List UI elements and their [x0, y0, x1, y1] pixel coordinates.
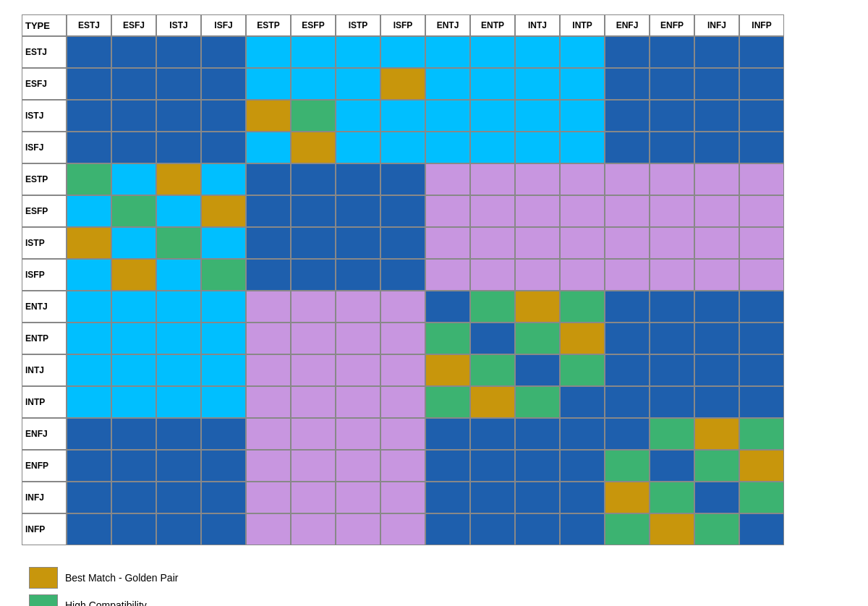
cell-INFP-ENFJ: [605, 513, 650, 545]
cell-INFJ-ESTP: [246, 482, 291, 513]
cell-ENTJ-ISFJ: [201, 291, 246, 323]
cell-ISFJ-ESTJ: [67, 132, 111, 163]
cell-ENFJ-ENTJ: [425, 418, 470, 450]
cell-ENTJ-INTP: [560, 291, 605, 323]
cell-ENTJ-ISFP: [380, 291, 425, 323]
cell-INTJ-INFP: [739, 354, 784, 386]
cell-ENFJ-INTP: [560, 418, 605, 450]
cell-ESTJ-ENFJ: [605, 36, 650, 68]
cell-INFP-ENTP: [470, 513, 515, 545]
cell-ISTP-ENTP: [470, 227, 515, 259]
cell-ISTJ-ISFP: [380, 100, 425, 132]
cell-INFJ-ESFP: [291, 482, 336, 513]
cell-INFJ-ENTJ: [425, 482, 470, 513]
cell-ISTP-INTP: [560, 227, 605, 259]
cell-ENFJ-ESTJ: [67, 418, 111, 450]
row-label-INFP: INFP: [22, 513, 67, 545]
cell-ENTP-ISTP: [336, 323, 380, 354]
cell-ISFP-ESFP: [291, 259, 336, 291]
cell-ENTP-ESFP: [291, 323, 336, 354]
cell-ENFP-ENTP: [470, 450, 515, 482]
cell-ENFP-ESTJ: [67, 450, 111, 482]
cell-ISTJ-INFJ: [694, 100, 739, 132]
cell-INFJ-ENTP: [470, 482, 515, 513]
cell-INTP-ISTP: [336, 386, 380, 418]
cell-INTJ-ESFP: [291, 354, 336, 386]
cell-ESTP-ENTJ: [425, 163, 470, 195]
row-INTJ: INTJ: [22, 354, 784, 386]
row-ESTJ: ESTJ: [22, 36, 784, 68]
cell-ESTP-ISFP: [380, 163, 425, 195]
row-label-ESTP: ESTP: [22, 163, 67, 195]
cell-ESTJ-INTJ: [515, 36, 560, 68]
cell-INTP-INTJ: [515, 386, 560, 418]
cell-ISFP-ESFJ: [111, 259, 156, 291]
cell-ESFP-ISTP: [336, 195, 380, 227]
col-header-ENTJ: ENTJ: [425, 14, 470, 36]
cell-ISFP-INFJ: [694, 259, 739, 291]
cell-INFP-ISFP: [380, 513, 425, 545]
cell-ISFJ-ESTP: [246, 132, 291, 163]
cell-ESTP-INTJ: [515, 163, 560, 195]
cell-ENTP-ESTJ: [67, 323, 111, 354]
row-ENFP: ENFP: [22, 450, 784, 482]
row-ISTJ: ISTJ: [22, 100, 784, 132]
row-label-ENTJ: ENTJ: [22, 291, 67, 323]
cell-ENTP-ENTJ: [425, 323, 470, 354]
chart-container: TYPEESTJESFJISTJISFJESTPESFPISTPISFPENTJ…: [7, 7, 861, 606]
col-header-ENFP: ENFP: [650, 14, 694, 36]
cell-ISFJ-ISTJ: [156, 132, 201, 163]
col-header-ENTP: ENTP: [470, 14, 515, 36]
cell-ENTP-ENFP: [650, 323, 694, 354]
cell-ENFP-ISFP: [380, 450, 425, 482]
col-header-INFJ: INFJ: [694, 14, 739, 36]
cell-ESFJ-ESFJ: [111, 68, 156, 100]
cell-INFP-ESFP: [291, 513, 336, 545]
cell-INFJ-ISTP: [336, 482, 380, 513]
cell-ESTJ-ESTJ: [67, 36, 111, 68]
cell-INTP-INFP: [739, 386, 784, 418]
cell-ESTP-INFJ: [694, 163, 739, 195]
cell-INTP-ENFP: [650, 386, 694, 418]
cell-ESTJ-ENFP: [650, 36, 694, 68]
cell-ESFP-INFJ: [694, 195, 739, 227]
cell-ENTJ-ESFJ: [111, 291, 156, 323]
col-header-ESFP: ESFP: [291, 14, 336, 36]
row-label-ENFP: ENFP: [22, 450, 67, 482]
cell-INTJ-ENTJ: [425, 354, 470, 386]
cell-ESFP-ISTJ: [156, 195, 201, 227]
cell-INFJ-INFJ: [694, 482, 739, 513]
cell-ENFJ-ENTP: [470, 418, 515, 450]
cell-ISTJ-INTP: [560, 100, 605, 132]
cell-ISFJ-INTJ: [515, 132, 560, 163]
cell-ISFJ-ISTP: [336, 132, 380, 163]
legend-item: High Compatibility: [29, 594, 187, 606]
cell-ENTP-ENFJ: [605, 323, 650, 354]
cell-ESTP-ENTP: [470, 163, 515, 195]
cell-ISFP-ENFP: [650, 259, 694, 291]
cell-ENTJ-ENFJ: [605, 291, 650, 323]
row-label-ISFJ: ISFJ: [22, 132, 67, 163]
cell-INTJ-ISTJ: [156, 354, 201, 386]
cell-ENFP-INFJ: [694, 450, 739, 482]
cell-ESFJ-ESTP: [246, 68, 291, 100]
col-header-ESTP: ESTP: [246, 14, 291, 36]
cell-INTJ-ENFJ: [605, 354, 650, 386]
cell-ISTJ-ENTP: [470, 100, 515, 132]
cell-ESTP-ISTJ: [156, 163, 201, 195]
cell-ENFJ-ENFJ: [605, 418, 650, 450]
cell-ISFJ-INTP: [560, 132, 605, 163]
cell-ENTJ-ISTP: [336, 291, 380, 323]
cell-ISTP-ENFJ: [605, 227, 650, 259]
cell-ISFP-ISTJ: [156, 259, 201, 291]
cell-ESFP-ENFP: [650, 195, 694, 227]
cell-ISTJ-ISTP: [336, 100, 380, 132]
cell-ISTJ-ESTJ: [67, 100, 111, 132]
cell-INTP-ISTJ: [156, 386, 201, 418]
cell-INTJ-ENFP: [650, 354, 694, 386]
legend-label-text: Best Match - Golden Pair: [65, 572, 178, 584]
cell-ENFP-ENFP: [650, 450, 694, 482]
cell-ESFP-ESFP: [291, 195, 336, 227]
row-label-ENTP: ENTP: [22, 323, 67, 354]
cell-ISTJ-ENTJ: [425, 100, 470, 132]
